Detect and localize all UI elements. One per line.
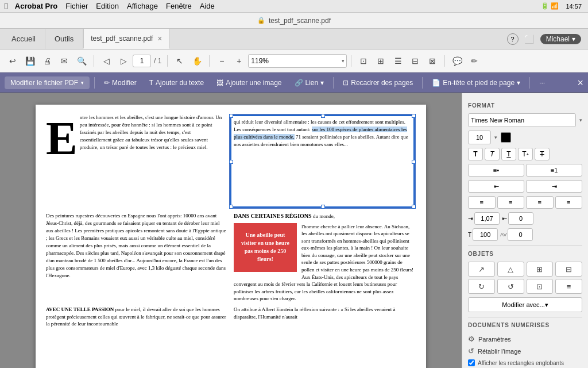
next-page-icon[interactable]: ▷ [115,53,131,69]
list-buttons-row: ≡• ≡1 [468,164,582,177]
handle-tr[interactable] [412,114,416,118]
handle-bl[interactable] [229,205,233,209]
italic-button[interactable]: T [485,148,500,160]
color-swatch[interactable] [501,132,511,143]
edit-div4 [529,77,530,89]
obj-btn-6[interactable]: ↺ [497,279,524,294]
hand-icon[interactable]: ✋ [189,53,205,69]
app-name[interactable]: Acrobat Pro [15,2,57,10]
align-center-button[interactable]: ≡ [497,196,525,209]
apple-menu[interactable]:  [5,1,8,12]
tab-close-icon[interactable]: × [157,34,162,43]
image-icon: 🖼 [216,79,223,87]
font-select[interactable]: Times New Roman [468,113,576,127]
font-size-select[interactable]: 10 [468,131,491,144]
tab-outils[interactable]: Outils [45,29,83,49]
handle-lm[interactable] [229,160,233,164]
indent-value1[interactable] [474,212,500,225]
obj-btn-1[interactable]: ↗ [468,262,495,277]
handle-rm[interactable] [412,160,416,164]
back-icon[interactable]: ↩ [5,53,21,69]
handle-tm[interactable] [321,114,325,118]
indent-right-button[interactable]: ⇥ [526,180,582,193]
handle-bm[interactable] [321,205,325,209]
obj-btn-8[interactable]: ≡ [555,279,582,294]
comment-icon[interactable]: 💬 [449,53,465,69]
av-input[interactable] [508,228,533,241]
bold-button[interactable]: T [468,148,483,160]
save-icon[interactable]: 💾 [22,53,38,69]
user-button[interactable]: Michael ▾ [540,34,581,44]
menu-aide[interactable]: Aide [200,2,215,10]
select-icon[interactable]: ↖ [172,53,188,69]
av-box: AV [500,228,533,241]
underline-button[interactable]: T [501,148,516,160]
align-left-button[interactable]: ≡ [468,196,496,209]
col1-p2-area: Des peintures rupestres découvertes en E… [46,212,228,302]
handle-tl[interactable] [229,114,233,118]
menu-fichier[interactable]: Fichier [65,2,88,10]
modify-pdf-button[interactable]: Modifier le fichier PDF ▾ [5,76,90,89]
indent-value2[interactable] [508,212,533,225]
modifier-avec-button[interactable]: Modifier avec... ▾ [468,297,582,312]
zoom-out-icon[interactable]: − [214,53,230,69]
align-justify-button[interactable]: ≡ [555,196,583,209]
tools2-icon[interactable]: ⊟ [407,53,423,69]
docs-params[interactable]: ⚙ Paramètres [468,333,582,345]
divider4 [351,55,351,67]
link-button[interactable]: 🔗 Lien ▾ [290,76,329,89]
crop-button[interactable]: ⊡ Recadrer des pages [338,76,417,89]
close-edit-icon[interactable]: × [577,78,583,88]
crop-icon: ⊡ [343,79,349,87]
window-title: test_pdf_scanne.pdf [269,17,331,25]
pdf-area[interactable]: E ntre les hommes et les abeilles, c'est… [0,93,462,368]
search-icon[interactable]: 🔍 [74,53,90,69]
zoom-tools: − + ▾ [214,53,347,69]
divider3 [209,55,210,67]
main-area: E ntre les hommes et les abeilles, c'est… [0,93,588,368]
superscript-button[interactable]: T+ [518,148,533,160]
zoom-in-icon[interactable]: + [231,53,247,69]
avec-title: AVEC UNE TELLE PASSION [46,306,114,312]
menu-edition[interactable]: Edition [96,2,119,10]
page-number-input[interactable] [133,55,151,67]
more-button[interactable]: ··· [535,76,550,89]
menu-fenetre[interactable]: Fenêtre [166,2,192,10]
edit-toolbar: Modifier le fichier PDF ▾ ✏ Modifier T A… [0,72,588,93]
av-label: AV [500,232,506,237]
tools3-icon[interactable]: ⊠ [424,53,440,69]
obj-btn-2[interactable]: △ [497,262,524,277]
tab-file[interactable]: test_pdf_scanne.pdf × [83,29,169,49]
obj-btn-5[interactable]: ↻ [468,279,495,294]
zoom-input[interactable] [248,54,347,68]
scroll-icon[interactable]: ☰ [390,53,406,69]
pen-icon[interactable]: ✏ [466,53,482,69]
handle-br[interactable] [412,205,416,209]
tab-accueil[interactable]: Accueil [2,29,45,49]
bullet-list-button[interactable]: ≡• [468,164,524,177]
spread-icon[interactable]: ⊞ [373,53,389,69]
scale-input[interactable] [473,228,498,241]
header-footer-button[interactable]: 📄 En-tête et pied de page ▾ [427,76,525,89]
obj-btn-4[interactable]: ⊟ [555,262,582,277]
modifier-button[interactable]: ✏ Modifier [99,76,141,89]
prev-page-icon[interactable]: ◁ [98,53,114,69]
number-list-button[interactable]: ≡1 [526,164,582,177]
help-button[interactable]: ? [507,33,519,45]
indent-box2: ⇤ [502,212,533,225]
obj-btn-3[interactable]: ⊞ [527,262,554,277]
strikethrough-button[interactable]: T [535,148,550,160]
fit-icon[interactable]: ⊡ [355,53,372,69]
email-icon[interactable]: ✉ [56,53,72,69]
print-icon[interactable]: 🖨 [39,53,55,69]
afficher-checkbox[interactable] [468,359,475,366]
indent-left-button[interactable]: ⇤ [468,180,524,193]
add-text-button[interactable]: T Ajouter du texte [145,76,208,89]
obj-btn-7[interactable]: ⊡ [527,279,554,294]
header-icon: 📄 [432,79,440,87]
add-image-button[interactable]: 🖼 Ajouter une image [212,76,286,89]
menu-affichage[interactable]: Affichage [127,2,158,10]
align-right-button[interactable]: ≡ [526,196,554,209]
share-button[interactable]: ⬜ [523,33,536,45]
docs-retablir[interactable]: ↺ Rétablir l'image [468,345,582,357]
